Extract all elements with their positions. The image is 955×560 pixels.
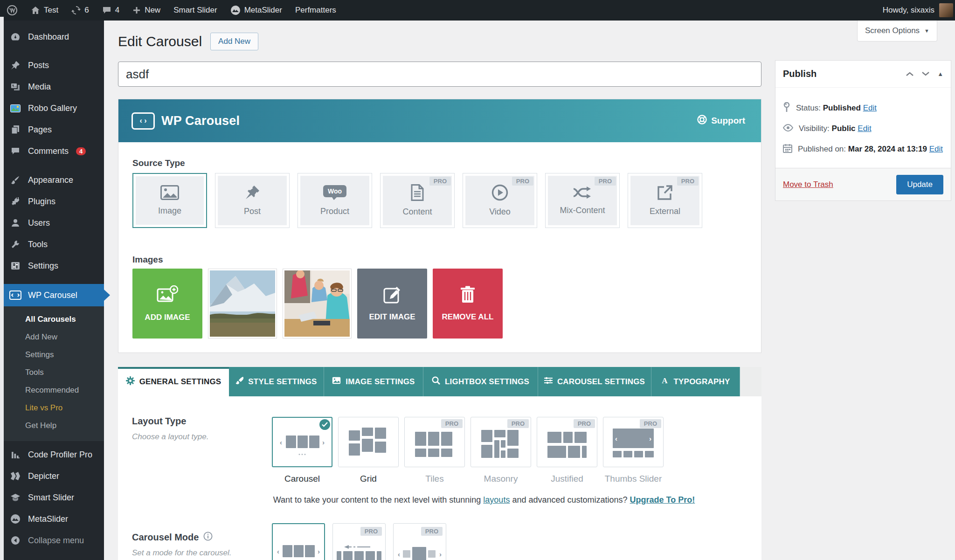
metaslider-label: MetaSlider [244, 6, 282, 15]
sidebar-item-comments[interactable]: Comments 4 [4, 140, 104, 162]
source-option-image[interactable]: Image [132, 173, 207, 228]
source-option-video[interactable]: PRO Video [463, 173, 537, 228]
sidebar-item-settings[interactable]: Settings [4, 255, 104, 277]
sidebar-item-label: Users [28, 218, 50, 228]
image-icon [160, 185, 179, 202]
admin-bar-site-name[interactable]: Test [24, 0, 65, 21]
sidebar-item-label: Pages [28, 125, 52, 135]
admin-bar-smart-slider[interactable]: Smart Slider [167, 0, 224, 21]
metaslider-logo-icon [230, 5, 241, 15]
submenu-lite-vs-pro[interactable]: Lite vs Pro [4, 399, 104, 417]
sidebar-item-plugins[interactable]: Plugins [4, 191, 104, 212]
image-thumbnail-mountain[interactable] [208, 269, 277, 339]
pro-badge: PRO [595, 177, 616, 186]
sidebar-item-media[interactable]: Media [4, 76, 104, 97]
sidebar-item-label: Comments [28, 146, 69, 156]
layout-option-grid[interactable] [338, 417, 399, 467]
tab-style-settings[interactable]: STYLE SETTINGS [229, 367, 324, 396]
edit-visibility-link[interactable]: Edit [858, 124, 871, 133]
info-icon[interactable] [203, 532, 213, 543]
source-option-post[interactable]: Post [215, 173, 290, 228]
mode-option-ticker[interactable]: PRO [332, 523, 386, 560]
svg-text:Woo: Woo [328, 187, 342, 195]
sidebar-item-posts[interactable]: Posts [4, 55, 104, 76]
sidebar-item-collapse-menu[interactable]: Collapse menu [4, 530, 104, 551]
settings-sliders-icon [9, 261, 21, 270]
sidebar-item-robo-gallery[interactable]: Robo Gallery [4, 97, 104, 119]
source-option-label: Image [158, 206, 181, 216]
submenu-add-new[interactable]: Add New [4, 328, 104, 346]
admin-bar-new[interactable]: New [126, 0, 167, 21]
layout-option-thumbs-slider[interactable]: PRO ‹ › [603, 417, 664, 467]
mode-option-center[interactable]: PRO ‹ › [393, 523, 446, 560]
paintbrush-icon [9, 175, 21, 185]
content-area: Screen Options ▼ Edit Carousel Add New ‹… [104, 21, 955, 560]
admin-bar-perfmatters[interactable]: Perfmatters [289, 0, 343, 21]
sidebar-item-tools[interactable]: Tools [4, 234, 104, 255]
admin-bar-updates[interactable]: 6 [65, 0, 95, 21]
edit-image-button[interactable]: EDIT IMAGE [357, 269, 427, 339]
support-link[interactable]: Support [697, 115, 745, 127]
submenu-tools[interactable]: Tools [4, 364, 104, 381]
sidebar-item-label: Depicter [28, 471, 59, 481]
tab-lightbox-settings[interactable]: LIGHTBOX SETTINGS [423, 367, 538, 396]
layout-type-heading: Layout Type [132, 416, 208, 427]
upgrade-to-pro-link[interactable]: Upgrade To Pro! [630, 495, 695, 505]
admin-bar: Test 6 4 New Smart Slider MetaSlider Per… [0, 0, 955, 21]
sidebar-item-wp-carousel[interactable]: WP Carousel [4, 284, 104, 306]
sidebar-item-dashboard[interactable]: Dashboard [4, 26, 104, 48]
move-up-icon[interactable] [906, 70, 914, 78]
layout-type-hint: Choose a layout type. [132, 432, 208, 442]
submenu-get-help[interactable]: Get Help [4, 417, 104, 435]
tab-carousel-settings[interactable]: CAROUSEL SETTINGS [538, 367, 651, 396]
sidebar-item-depicter[interactable]: Depicter [4, 465, 104, 487]
layout-option-masonry[interactable]: PRO [471, 417, 531, 467]
edit-date-link[interactable]: Edit [929, 145, 943, 153]
chevron-down-icon: ▼ [924, 28, 929, 34]
carousel-title-input[interactable] [118, 62, 761, 87]
source-option-product[interactable]: Woo Product [298, 173, 372, 228]
avatar[interactable] [939, 3, 953, 17]
move-to-trash-link[interactable]: Move to Trash [783, 180, 833, 189]
mode-option-standard[interactable]: ‹ › [272, 523, 325, 560]
add-image-button[interactable]: ADD IMAGE [132, 269, 202, 339]
screen-options-toggle[interactable]: Screen Options ▼ [857, 21, 937, 41]
layout-option-tiles[interactable]: PRO [404, 417, 465, 467]
layout-option-justified[interactable]: PRO [537, 417, 597, 467]
sidebar-item-smart-slider[interactable]: Smart Slider [4, 487, 104, 508]
admin-bar-comments[interactable]: 4 [96, 0, 126, 21]
sidebar-item-label: Posts [28, 61, 49, 70]
pro-badge: PRO [360, 527, 382, 536]
upgrade-promo: Want to take your content to the next le… [249, 495, 720, 505]
layout-option-label: Thumbs Slider [605, 474, 662, 484]
submenu-settings[interactable]: Settings [4, 346, 104, 364]
bar-chart-icon [9, 450, 21, 459]
sidebar-item-metaslider[interactable]: MetaSlider [4, 508, 104, 530]
source-option-mix-content[interactable]: PRO Mix-Content [545, 173, 620, 228]
source-option-external[interactable]: PRO External [628, 173, 702, 228]
add-new-button[interactable]: Add New [210, 33, 258, 50]
submenu-recommended[interactable]: Recommended [4, 381, 104, 399]
howdy-label[interactable]: Howdy, sixaxis [883, 6, 934, 15]
image-thumbnail-classroom[interactable] [283, 269, 352, 339]
layouts-link[interactable]: layouts [483, 495, 510, 505]
submenu-all-carousels[interactable]: All Carousels [4, 311, 104, 328]
admin-bar-metaslider[interactable]: MetaSlider [224, 0, 289, 21]
update-button[interactable]: Update [896, 175, 943, 194]
sidebar-item-code-profiler-pro[interactable]: Code Profiler Pro [4, 444, 104, 465]
sidebar-item-users[interactable]: Users [4, 212, 104, 234]
sidebar-item-pages[interactable]: Pages [4, 119, 104, 140]
tab-image-settings[interactable]: IMAGE SETTINGS [324, 367, 423, 396]
pages-icon [9, 125, 21, 134]
tab-general-settings[interactable]: GENERAL SETTINGS [118, 367, 229, 396]
edit-status-link[interactable]: Edit [863, 104, 877, 112]
collapse-panel-icon[interactable]: ▲ [937, 70, 943, 77]
wp-carousel-postbox: ‹ › WP Carousel Support Source Type Imag… [118, 99, 761, 353]
sidebar-item-appearance[interactable]: Appearance [4, 169, 104, 191]
tab-typography[interactable]: A TYPOGRAPHY [651, 367, 740, 396]
remove-all-button[interactable]: REMOVE ALL [433, 269, 503, 339]
move-down-icon[interactable] [921, 70, 930, 78]
left-scrollbar[interactable] [0, 17, 4, 560]
source-option-content[interactable]: PRO Content [380, 173, 455, 228]
layout-option-carousel[interactable]: ‹ › [272, 417, 332, 467]
